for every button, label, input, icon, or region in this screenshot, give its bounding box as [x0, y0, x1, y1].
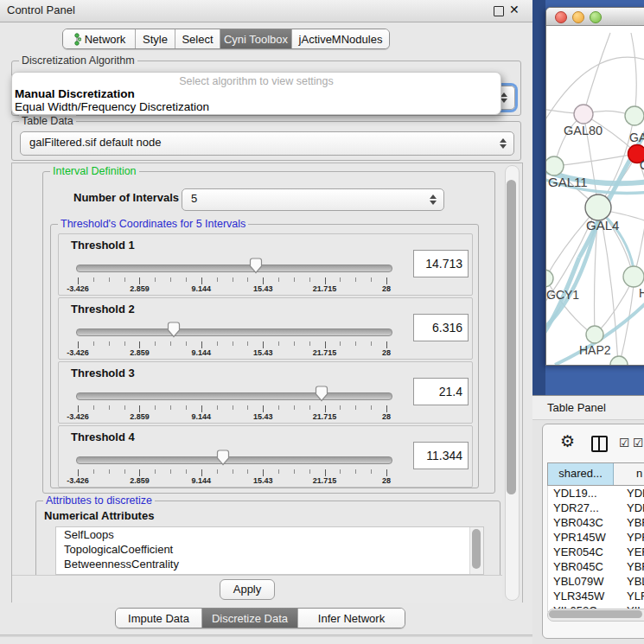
- tick-label: 15.43: [253, 412, 273, 421]
- table-cell[interactable]: YER054C: [548, 545, 619, 559]
- major-tick: [386, 341, 387, 348]
- float-icon[interactable]: [494, 6, 504, 16]
- tab-style[interactable]: Style: [135, 29, 175, 48]
- attributes-list-scrollbar-thumb[interactable]: [472, 529, 481, 569]
- attribute-list-item[interactable]: SelfLoops: [56, 527, 483, 542]
- minor-tick: [155, 277, 156, 282]
- table-cell[interactable]: YBR0: [619, 559, 644, 574]
- table-panel-header: Table Panel: [532, 395, 644, 420]
- number-of-intervals-combo[interactable]: 5: [182, 188, 444, 211]
- table-row[interactable]: YPR145WYPR1: [548, 530, 644, 545]
- column-header-shared-name[interactable]: shared...: [548, 463, 614, 485]
- dropdown-option-equal-width[interactable]: Equal Width/Frequency Discretization: [15, 100, 209, 113]
- zoom-traffic-light[interactable]: [590, 11, 602, 23]
- tab-impute-data[interactable]: Impute Data: [116, 609, 201, 628]
- network-canvas[interactable]: GAL80GACGAL11GAL4GCY1HHAP2: [546, 26, 644, 365]
- table-row[interactable]: YBL079WYBL0: [548, 574, 644, 589]
- network-node[interactable]: [574, 105, 593, 124]
- tick-label: -3.426: [67, 284, 89, 293]
- threshold-slider-thumb[interactable]: [167, 322, 181, 338]
- minor-tick: [247, 277, 248, 282]
- network-window[interactable]: GAL80GACGAL11GAL4GCY1HHAP2: [545, 7, 644, 366]
- table-cell[interactable]: YLR3: [619, 589, 644, 603]
- table-cell[interactable]: YBR045C: [548, 559, 619, 574]
- threshold-4-box: Threshold 4-3.4262.8599.14415.4321.71528…: [58, 425, 473, 488]
- close-traffic-light[interactable]: [555, 11, 567, 23]
- tab-discretize-data[interactable]: Discretize Data: [201, 609, 297, 628]
- table-cell[interactable]: YBL0: [619, 574, 644, 589]
- network-node[interactable]: [546, 270, 553, 287]
- table-row[interactable]: YBR045CYBR0: [548, 559, 644, 574]
- table-data-combo[interactable]: galFiltered.sif default node: [20, 131, 514, 156]
- table-cell[interactable]: YDR27...: [548, 501, 619, 515]
- tab-cyni-toolbox[interactable]: Cyni Toolbox: [220, 29, 291, 48]
- table-cell[interactable]: YDL1: [619, 486, 644, 501]
- tab-jactivemnodules[interactable]: jActiveMNodules: [291, 29, 389, 48]
- threshold-slider-thumb[interactable]: [249, 258, 263, 274]
- network-node[interactable]: [625, 106, 644, 125]
- threshold-value-field[interactable]: 14.713: [413, 250, 469, 277]
- threshold-slider-thumb[interactable]: [315, 386, 328, 402]
- dropdown-hint: Select algorithm to view settings: [12, 75, 501, 87]
- threshold-slider-track[interactable]: [76, 456, 392, 464]
- tick-label: 28: [382, 412, 391, 421]
- threshold-slider-thumb[interactable]: [216, 450, 230, 466]
- dropdown-option-manual-discretization[interactable]: Manual Discretization: [15, 87, 135, 100]
- settings-scrollbar-thumb[interactable]: [507, 180, 516, 494]
- table-cell[interactable]: YBR043C: [548, 515, 619, 530]
- minor-tick: [355, 277, 356, 282]
- minor-tick: [109, 405, 110, 410]
- table-cell[interactable]: YDL19...: [548, 486, 619, 501]
- minor-tick: [309, 277, 310, 282]
- tab-infer-network[interactable]: Infer Network: [297, 609, 405, 628]
- gear-icon[interactable]: ⚙: [560, 431, 575, 450]
- tab-select[interactable]: Select: [175, 29, 220, 48]
- threshold-value-field[interactable]: 11.344: [413, 442, 469, 469]
- table-row[interactable]: YDR27...YDR2: [548, 501, 644, 515]
- column-header-name[interactable]: n: [614, 463, 644, 485]
- threshold-value-field[interactable]: 21.4: [413, 378, 469, 405]
- network-node[interactable]: [623, 266, 644, 287]
- tick-label: -3.426: [67, 412, 89, 421]
- network-node[interactable]: [546, 156, 564, 175]
- threshold-value-field[interactable]: 6.316: [413, 314, 469, 341]
- close-icon[interactable]: ✕: [509, 3, 520, 16]
- minor-tick: [124, 405, 125, 410]
- minor-tick: [340, 469, 341, 474]
- major-tick: [325, 469, 326, 476]
- threshold-slider-track[interactable]: [76, 328, 392, 336]
- table-cell[interactable]: YPR1: [619, 530, 644, 545]
- numerical-attributes-list[interactable]: SelfLoopsTopologicalCoefficientBetweenne…: [55, 526, 484, 575]
- threshold-slider-track[interactable]: [76, 265, 392, 272]
- table-cell[interactable]: YBR0: [619, 515, 644, 530]
- table-horizontal-scrollbar-thumb[interactable]: [549, 610, 642, 618]
- network-window-titlebar[interactable]: [546, 8, 644, 26]
- split-columns-icon[interactable]: [591, 436, 608, 452]
- threshold-slider-track[interactable]: [76, 392, 392, 400]
- attribute-list-item[interactable]: TopologicalCoefficient: [56, 542, 483, 557]
- table-horizontal-scrollbar[interactable]: [547, 609, 644, 622]
- table-row[interactable]: YER054CYER0: [548, 545, 644, 559]
- network-node[interactable]: [586, 326, 603, 343]
- table-cell[interactable]: YPR145W: [548, 530, 619, 545]
- table-cell[interactable]: YER0: [619, 545, 644, 559]
- table-cell[interactable]: YBL079W: [548, 574, 619, 589]
- attributes-list-scrollbar[interactable]: [469, 527, 483, 574]
- table-cell[interactable]: YDR2: [619, 501, 644, 515]
- table-row[interactable]: YBR043CYBR0: [548, 515, 644, 530]
- attribute-list-item[interactable]: BetweennessCentrality: [56, 557, 483, 571]
- table-row[interactable]: YDL19...YDL1: [548, 486, 644, 501]
- settings-scrollbar[interactable]: [505, 165, 520, 601]
- table-row[interactable]: YLR345WYLR3: [548, 589, 644, 603]
- minor-tick: [294, 469, 295, 474]
- tab-network[interactable]: Network: [63, 29, 135, 48]
- checkbox-icon[interactable]: ☑: [633, 436, 644, 450]
- table-cell[interactable]: YLR345W: [548, 589, 619, 603]
- checkbox-icon[interactable]: ☑: [619, 436, 630, 450]
- apply-button[interactable]: Apply: [220, 579, 275, 600]
- minimize-traffic-light[interactable]: [572, 11, 584, 23]
- network-node[interactable]: [585, 194, 611, 220]
- tick-label: 21.715: [313, 284, 337, 293]
- network-node[interactable]: [610, 356, 628, 365]
- minor-tick: [294, 341, 295, 346]
